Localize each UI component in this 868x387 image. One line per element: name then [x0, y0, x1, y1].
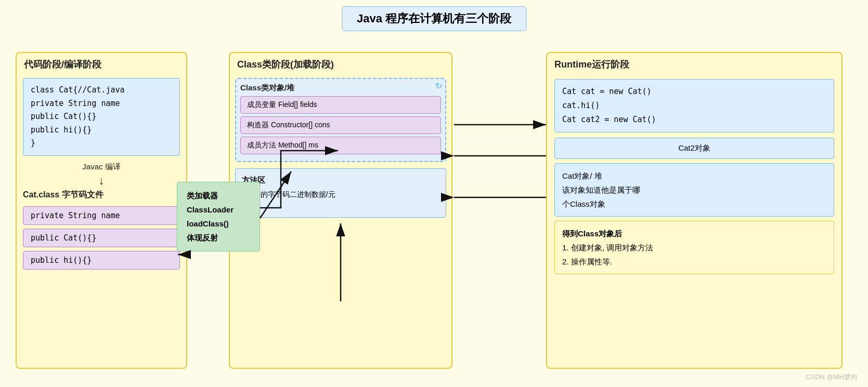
method-area-title: 方法区 — [242, 174, 439, 186]
class-object-outer: ↻ Class类对象/堆 成员变量 Field[] fields 构造器 Con… — [235, 78, 446, 162]
get-class-line-1: 得到Class对象后 — [562, 226, 826, 241]
bytecode-item-3: public hi(){} — [23, 251, 180, 270]
cat-object-line-1: Cat对象/ 堆 — [562, 169, 826, 183]
method-area-box: 方法区 Cat类的字节码二进制数据/元数据 — [235, 168, 446, 218]
classloader-line-2: ClassLoader — [187, 203, 250, 217]
main-container: Java 程序在计算机有三个阶段 代码阶段/编译阶段 class Cat{//C… — [0, 0, 868, 387]
phase3-title: Runtime运行阶段 — [547, 53, 841, 74]
classloader-line-4: 体现反射 — [187, 231, 250, 245]
code-line-1: class Cat{//Cat.java — [31, 84, 172, 97]
get-class-box: 得到Class对象后 1. 创建对象, 调用对象方法 2. 操作属性等. — [554, 221, 834, 274]
get-class-line-2: 1. 创建对象, 调用对象方法 — [562, 241, 826, 255]
class-object-title: Class类对象/堆 — [240, 83, 441, 93]
phase1-title: 代码阶段/编译阶段 — [17, 53, 186, 74]
cat2-label: Cat2对象 — [678, 143, 710, 152]
method-area-desc: Cat类的字节码二进制数据/元数据 — [242, 189, 439, 212]
cat-object-line-2: 该对象知道他是属于哪 — [562, 183, 826, 197]
classloader-line-3: loadClass() — [187, 217, 250, 231]
main-title: Java 程序在计算机有三个阶段 — [342, 6, 526, 31]
runtime-line-3: Cat cat2 = new Cat() — [562, 113, 826, 127]
refresh-icon[interactable]: ↻ — [435, 81, 442, 91]
phase2-title: Class类阶段(加载阶段) — [230, 53, 451, 74]
cat-object-box: Cat对象/ 堆 该对象知道他是属于哪 个Class对象 — [554, 163, 834, 217]
get-class-line-3: 2. 操作属性等. — [562, 255, 826, 269]
javac-label: Javac 编译 — [17, 160, 186, 174]
title-text: Java 程序在计算机有三个阶段 — [357, 12, 511, 25]
member-field: 成员变量 Field[] fields — [240, 96, 441, 114]
phase1-code-box: class Cat{//Cat.java private String name… — [23, 78, 180, 156]
classloader-box: 类加载器 ClassLoader loadClass() 体现反射 — [177, 182, 260, 251]
phase1-panel: 代码阶段/编译阶段 class Cat{//Cat.java private S… — [16, 52, 187, 369]
bytecode-item-2: public Cat(){} — [23, 229, 180, 247]
member-method: 成员方法 Method[] ms — [240, 137, 441, 154]
runtime-line-2: cat.hi() — [562, 99, 826, 113]
runtime-code-box: Cat cat = new Cat() cat.hi() Cat cat2 = … — [554, 79, 834, 132]
cat2-box: Cat2对象 — [554, 138, 834, 159]
cat-object-line-3: 个Class对象 — [562, 197, 826, 211]
code-line-4: public hi(){} — [31, 124, 172, 137]
runtime-line-1: Cat cat = new Cat() — [562, 85, 826, 99]
code-line-5: } — [31, 137, 172, 150]
code-line-3: public Cat(){} — [31, 110, 172, 124]
bytecode-item-1: private String name — [23, 206, 180, 225]
watermark: CSDN @MH梦向 — [806, 372, 858, 382]
down-arrow-icon: ↓ — [17, 174, 186, 188]
phase2-panel: Class类阶段(加载阶段) ↻ Class类对象/堆 成员变量 Field[]… — [229, 52, 452, 369]
member-constructor: 构造器 Constructor[] cons — [240, 116, 441, 134]
code-line-2: private String name — [31, 97, 172, 111]
bytecode-title: Cat.class 字节码文件 — [17, 188, 186, 203]
classloader-line-1: 类加载器 — [187, 189, 250, 203]
phase3-panel: Runtime运行阶段 Cat cat = new Cat() cat.hi()… — [546, 52, 843, 369]
